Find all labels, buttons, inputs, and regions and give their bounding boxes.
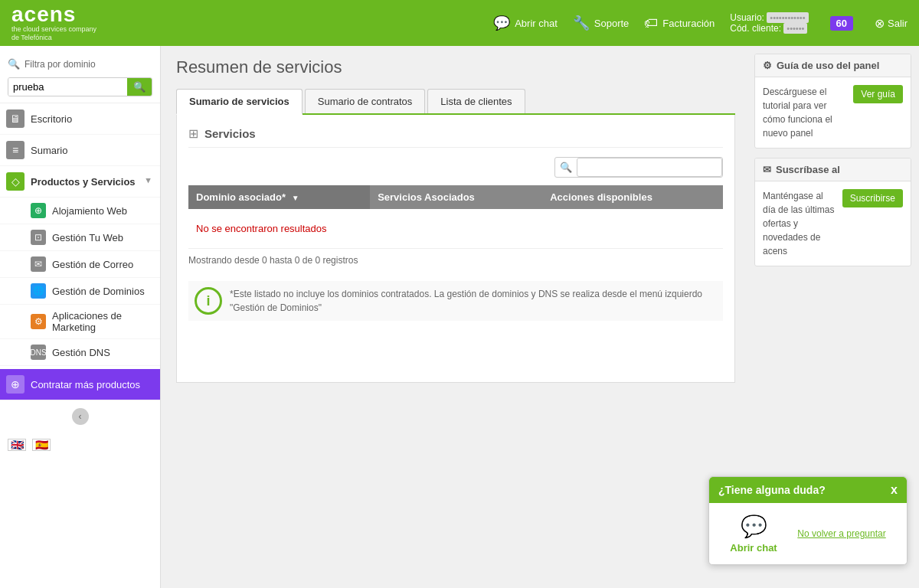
guide-icon: ⚙	[763, 60, 772, 71]
main-content: Resumen de servicios Sumario de servicio…	[161, 46, 751, 588]
guide-body-text: Descárguese el tutorial para ver cómo fu…	[763, 85, 847, 140]
col-acciones: Acciones disponibles	[542, 185, 723, 209]
sidebar-label-gestion-dns: Gestión DNS	[52, 347, 110, 358]
tab-lista-clientes[interactable]: Lista de clientes	[427, 89, 525, 113]
table-search-container[interactable]: 🔍	[554, 157, 723, 178]
sidebar-item-gestion-web[interactable]: ⊡ Gestión Tu Web	[0, 224, 160, 251]
filter-label: Filtra por dominio	[25, 59, 96, 70]
sort-icon: ▼	[292, 194, 299, 202]
sidebar-item-productos[interactable]: ◇ Productos y Servicios ▲	[0, 166, 160, 198]
mail-icon: ✉	[31, 256, 46, 272]
col-dominio[interactable]: Dominio asociado* ▼	[188, 185, 370, 209]
sidebar-item-gestion-correo[interactable]: ✉ Gestión de Correo	[0, 251, 160, 278]
sidebar-item-sumario[interactable]: ≡ Sumario	[0, 135, 160, 166]
apps-icon: ⚙	[31, 314, 46, 329]
records-info: Mostrando desde 0 hasta 0 de 0 registros	[188, 255, 723, 266]
filter-search-button[interactable]: 🔍	[127, 78, 152, 96]
info-note: i *Este listado no incluye los dominios …	[188, 281, 723, 321]
tab-sumario-servicios[interactable]: Sumario de servicios	[176, 89, 303, 115]
table-search-input[interactable]	[577, 158, 722, 177]
header: acens the cloud services company de Tele…	[0, 0, 919, 46]
chat-popup-header: ¿Tiene alguna duda? x	[709, 477, 907, 503]
envelope-icon: ✉	[763, 164, 771, 175]
chat-popup: ¿Tiene alguna duda? x 💬 Abrir chat No vo…	[708, 476, 908, 565]
chat-popup-body: 💬 Abrir chat No volver a preguntar	[709, 503, 907, 564]
guide-title: Guía de uso del panel	[777, 60, 879, 71]
globe-icon: 🌐	[31, 283, 46, 299]
guide-card: ⚙ Guía de uso del panel Descárguese el t…	[754, 54, 911, 149]
subscribe-body-text: Manténgase al día de las últimas ofertas…	[763, 189, 836, 258]
collapse-arrow-icon: ‹	[72, 408, 89, 425]
language-selector: 🇬🇧 🇪🇸	[0, 433, 160, 457]
sidebar-label-gestion-web: Gestión Tu Web	[52, 232, 123, 243]
list-icon: ≡	[6, 141, 25, 159]
logout-label: Salir	[888, 18, 908, 29]
sidebar-label-sumario: Sumario	[31, 145, 152, 156]
subscribe-card-body: Manténgase al día de las últimas ofertas…	[755, 181, 911, 266]
no-results-message: No se encontraron resultados	[196, 215, 715, 242]
chat-popup-title: ¿Tiene alguna duda?	[718, 484, 826, 496]
guide-button[interactable]: Ver guía	[853, 85, 903, 103]
filter-input-wrapper[interactable]: 🔍	[8, 77, 152, 96]
open-chat-label: Abrir chat	[515, 18, 558, 29]
info-icon: i	[195, 287, 222, 315]
billing-label: Facturación	[662, 18, 715, 29]
chevron-up-icon: ▲	[144, 177, 152, 186]
logo-text: acens	[11, 4, 119, 25]
table-search-icon: 🔍	[555, 158, 577, 176]
user-info: Usuario: •••••••••••• Cód. cliente: ••••…	[730, 12, 808, 34]
sidebar-item-contratar[interactable]: ⊕ Contratar más productos	[0, 369, 160, 400]
add-products-icon: ⊕	[6, 375, 25, 394]
subscribe-button[interactable]: Suscribirse	[842, 189, 903, 207]
domain-filter-input[interactable]	[8, 78, 127, 96]
subscribe-card-header: ✉ Suscríbase al	[755, 158, 911, 181]
english-flag[interactable]: 🇬🇧	[8, 439, 26, 451]
notification-badge[interactable]: 60	[830, 16, 853, 31]
logo-subtitle: the cloud services company de Telefónica	[11, 25, 119, 42]
services-section-header: ⊞ Servicios	[188, 126, 723, 148]
logo-area: acens the cloud services company de Tele…	[11, 4, 119, 42]
chat-icon: 💬	[493, 15, 510, 31]
billing-icon: 🏷	[644, 15, 658, 31]
subscribe-title: Suscríbase al	[776, 164, 840, 175]
sidebar-label-gestion-correo: Gestión de Correo	[52, 259, 133, 270]
guide-card-inner: Descárguese el tutorial para ver cómo fu…	[763, 85, 903, 140]
sidebar-item-alojamiento[interactable]: ⊕ Alojamiento Web	[0, 198, 160, 224]
subscribe-card-inner: Manténgase al día de las últimas ofertas…	[763, 189, 903, 258]
sidebar-label-escritorio: Escritorio	[31, 113, 152, 125]
search-icon-top: 🔍	[8, 58, 20, 70]
sidebar-item-aplicaciones[interactable]: ⚙ Aplicaciones de Marketing	[0, 305, 160, 339]
chat-bubble-icon: 💬	[741, 514, 767, 539]
open-chat-nav[interactable]: 💬 Abrir chat	[493, 15, 558, 31]
hosting-icon: ⊕	[31, 203, 46, 218]
sidebar-label-aplicaciones: Aplicaciones de Marketing	[52, 310, 152, 333]
sidebar-collapse-button[interactable]: ‹	[0, 400, 160, 433]
tab-content: ⊞ Servicios 🔍 Dominio asociado* ▼	[176, 115, 735, 383]
support-nav[interactable]: 🔧 Soporte	[573, 15, 630, 31]
web-icon: ⊡	[31, 230, 46, 245]
sidebar-item-escritorio[interactable]: 🖥 Escritorio	[0, 103, 160, 135]
sidebar-label-alojamiento: Alojamiento Web	[52, 205, 127, 217]
info-text: *Este listado no incluye los dominios co…	[230, 287, 717, 315]
header-nav: 💬 Abrir chat 🔧 Soporte 🏷 Facturación Usu…	[493, 12, 908, 34]
support-label: Soporte	[594, 18, 630, 29]
chat-open-label: Abrir chat	[730, 542, 777, 554]
client-code: Cód. cliente: ••••••	[730, 23, 807, 34]
sidebar-item-gestion-dominios[interactable]: 🌐 Gestión de Dominios	[0, 278, 160, 305]
chat-popup-close-button[interactable]: x	[891, 483, 898, 497]
guide-card-body: Descárguese el tutorial para ver cómo fu…	[755, 77, 911, 148]
page-title: Resumen de servicios	[176, 57, 735, 77]
filter-header: 🔍 Filtra por dominio	[0, 52, 160, 71]
billing-nav[interactable]: 🏷 Facturación	[644, 15, 715, 31]
chat-open-button[interactable]: 💬 Abrir chat	[730, 514, 777, 554]
tab-sumario-contratos[interactable]: Sumario de contratos	[305, 89, 426, 113]
sidebar-item-gestion-dns[interactable]: DNS Gestión DNS	[0, 339, 160, 366]
user-name: Usuario: ••••••••••••	[730, 12, 808, 23]
filter-area: 🔍	[0, 71, 160, 103]
sidebar: 🔍 Filtra por dominio 🔍 🖥 Escritorio ≡ Su…	[0, 46, 161, 588]
logout-button[interactable]: ⊗ Salir	[875, 16, 908, 31]
logout-icon: ⊗	[875, 16, 885, 31]
no-ask-button[interactable]: No volver a preguntar	[797, 528, 885, 539]
sidebar-label-gestion-dominios: Gestión de Dominios	[52, 286, 145, 297]
spanish-flag[interactable]: 🇪🇸	[32, 439, 51, 451]
